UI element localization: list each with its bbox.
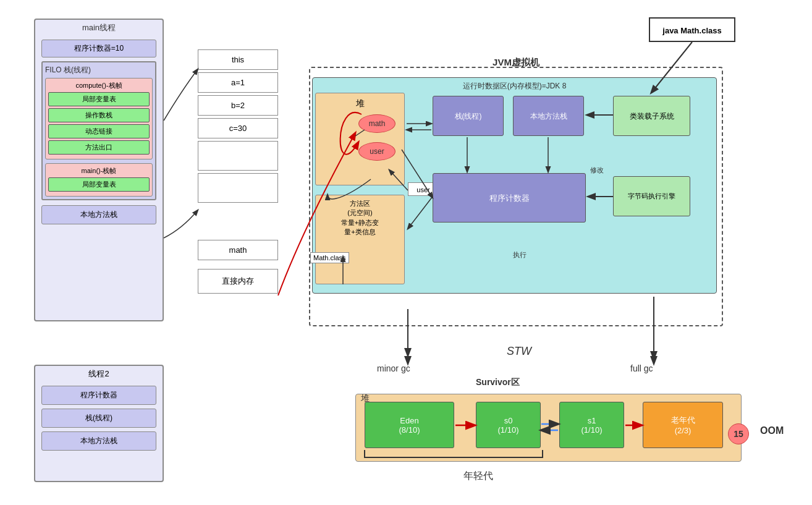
modify-label: 修改 bbox=[590, 166, 604, 175]
s0-box: s0 (1/10) bbox=[476, 402, 541, 448]
method-exit-box: 方法出口 bbox=[48, 140, 150, 155]
diagram: main线程 程序计数器=10 FILO 栈(线程) compute()-栈帧 … bbox=[0, 0, 812, 505]
s1-box: s1 (1/10) bbox=[559, 402, 624, 448]
main-frame-title: main()-栈帧 bbox=[48, 166, 150, 176]
math-ellipse: math bbox=[358, 114, 395, 133]
heap-inner-box: 堆 bbox=[315, 93, 405, 185]
main-pc-box: 程序计数器=10 bbox=[41, 40, 156, 57]
young-gen-text: 年轻代 bbox=[463, 470, 493, 483]
heap-inner-title: 堆 bbox=[316, 93, 404, 114]
eden-box: Eden (8/10) bbox=[365, 402, 454, 448]
filo-box: FILO 栈(线程) compute()-栈帧 局部变量表 操作数栈 动态链接 … bbox=[41, 61, 156, 200]
stw-text: STW bbox=[507, 345, 531, 358]
empty-var-2 bbox=[198, 173, 278, 203]
full-gc-text: full gc bbox=[630, 363, 653, 373]
oom-text: OOM bbox=[760, 425, 784, 436]
main-thread-title: main线程 bbox=[35, 20, 163, 36]
num15-circle: 15 bbox=[728, 423, 749, 444]
math-var: math bbox=[198, 240, 278, 260]
filo-title: FILO 栈(线程) bbox=[45, 65, 153, 75]
minor-gc-text: minor gc bbox=[377, 363, 410, 373]
thread2-stack: 栈(线程) bbox=[41, 409, 156, 428]
runtime-title: 运行时数据区(内存模型)=JDK 8 bbox=[313, 78, 716, 95]
operand-stack-box: 操作数栈 bbox=[48, 108, 150, 122]
main-frame: main()-栈帧 局部变量表 bbox=[45, 163, 153, 197]
dynamic-link-box: 动态链接 bbox=[48, 124, 150, 138]
this-var: this bbox=[198, 49, 278, 70]
bytecode-executor: 字节码执行引擎 bbox=[613, 176, 690, 216]
main-thread-box: main线程 程序计数器=10 FILO 栈(线程) compute()-栈帧 … bbox=[34, 19, 164, 321]
main-native-stack: 本地方法栈 bbox=[41, 205, 156, 224]
thread2-pc: 程序计数器 bbox=[41, 386, 156, 405]
compute-frame: compute()-栈帧 局部变量表 操作数栈 动态链接 方法出口 bbox=[45, 78, 153, 159]
user-ellipse: user bbox=[358, 142, 395, 161]
jvm-title: JVM虚拟机 bbox=[310, 57, 722, 69]
a-var: a=1 bbox=[198, 72, 278, 93]
class-loader-box: 类装载子系统 bbox=[613, 96, 690, 136]
thread2-title: 线程2 bbox=[35, 366, 163, 382]
thread2-native: 本地方法栈 bbox=[41, 431, 156, 451]
c-var: c=30 bbox=[198, 118, 278, 138]
thread2-box: 线程2 程序计数器 栈(线程) 本地方法栈 bbox=[34, 365, 164, 482]
stack-thread-inner: 栈(线程) bbox=[433, 96, 504, 136]
survivor-text: Survivor区 bbox=[476, 377, 520, 388]
local-vars-box: 局部变量表 bbox=[48, 92, 150, 106]
method-area-text: 方法区(元空间)常量+静态变量+类信息 bbox=[316, 195, 404, 241]
empty-var-1 bbox=[198, 141, 278, 171]
stack-vars-column: this a=1 b=2 c=30 math 直接内存 bbox=[198, 49, 278, 294]
b-var: b=2 bbox=[198, 95, 278, 116]
direct-mem: 直接内存 bbox=[198, 269, 278, 294]
method-area-box: 方法区(元空间)常量+静态变量+类信息 bbox=[315, 195, 405, 284]
execute-label: 执行 bbox=[513, 250, 527, 260]
main-local-vars-box: 局部变量表 bbox=[48, 177, 150, 192]
compute-frame-title: compute()-栈帧 bbox=[48, 81, 150, 90]
native-method-inner: 本地方法栈 bbox=[513, 96, 584, 136]
mathclass-label: Math.class bbox=[310, 252, 349, 263]
old-gen-box: 老年代 (2/3) bbox=[643, 402, 723, 448]
program-counter: 程序计数器 bbox=[433, 173, 586, 223]
java-math-box: java Math.class bbox=[649, 17, 735, 42]
